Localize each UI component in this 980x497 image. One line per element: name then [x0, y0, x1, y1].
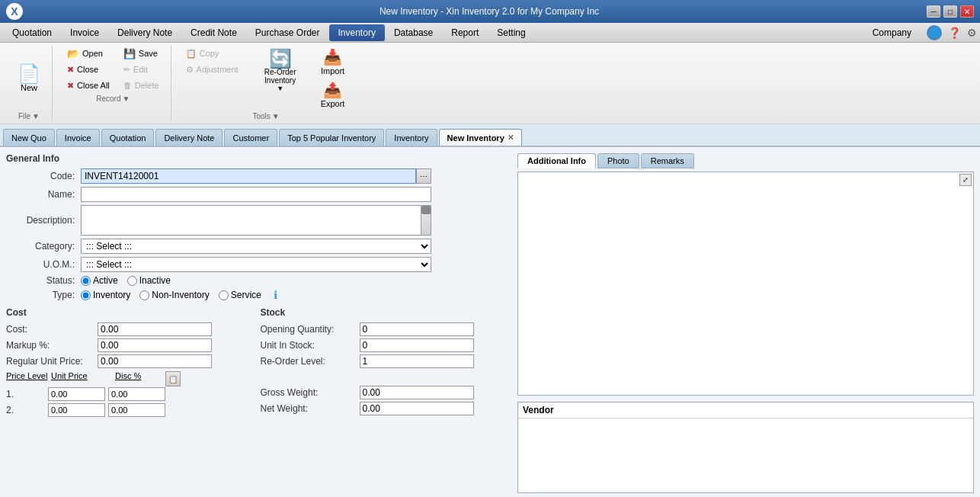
tab-invoice[interactable]: Invoice [56, 129, 100, 146]
menu-purchase-order[interactable]: Purchase Order [246, 24, 329, 41]
record-group-label: Record ▼ [96, 95, 130, 103]
tab-quotation[interactable]: Quotation [101, 129, 155, 146]
disc-col-header[interactable]: Disc % [115, 371, 161, 386]
menu-delivery-note[interactable]: Delivery Note [108, 24, 181, 41]
price-level-2-unit-price[interactable] [48, 403, 105, 417]
tools-left-col: 📋 Copy ⚙ Adjustment [181, 46, 244, 77]
tools-row: 📋 Copy ⚙ Adjustment 🔄 Re-Order Inventory… [181, 46, 352, 111]
help-icon[interactable]: ❓ [948, 27, 961, 39]
file-expand-icon[interactable]: ▼ [32, 112, 40, 120]
minimize-button[interactable]: ─ [927, 5, 940, 18]
close-button-toolbar[interactable]: ✖ Close [62, 62, 115, 77]
price-level-1-unit-price[interactable] [48, 387, 105, 401]
general-info-title: General Info [6, 153, 505, 164]
category-select[interactable]: ::: Select ::: [81, 239, 431, 254]
price-level-1-label: 1. [6, 389, 48, 399]
name-input[interactable] [81, 187, 431, 202]
tab-close-icon[interactable]: ✕ [508, 133, 514, 142]
type-inventory-item: Inventory [81, 290, 130, 300]
tab-new-quo[interactable]: New Quo [3, 129, 55, 146]
code-group: Code: ⋯ [6, 168, 505, 184]
type-service-radio[interactable] [219, 290, 229, 300]
type-noninventory-label: Non-Inventory [152, 290, 209, 300]
menu-inventory[interactable]: Inventory [329, 24, 385, 41]
menu-bar: Quotation Invoice Delivery Note Credit N… [0, 23, 980, 43]
menu-quotation[interactable]: Quotation [3, 24, 61, 41]
copy-button[interactable]: 📋 Copy [181, 46, 244, 61]
menu-credit-note[interactable]: Credit Note [181, 24, 246, 41]
status-inactive-radio[interactable] [127, 276, 137, 286]
edit-button[interactable]: ✏ Edit [118, 62, 165, 77]
stock-field-3: Gross Weight: [261, 386, 506, 399]
unit-in-stock-input[interactable] [360, 338, 474, 352]
delete-button[interactable]: 🗑 Delete [118, 78, 165, 93]
tab-customer[interactable]: Customer [224, 129, 277, 146]
save-icon: 💾 [123, 48, 136, 59]
type-inventory-label: Inventory [93, 290, 130, 300]
tab-new-inventory[interactable]: New Inventory ✕ [439, 129, 522, 146]
menu-database[interactable]: Database [385, 24, 442, 41]
unit-price-col-header[interactable]: Unit Price [51, 371, 112, 386]
cost-input-0[interactable] [98, 322, 212, 336]
close-button[interactable]: ✕ [960, 5, 974, 18]
price-level-2-disc[interactable] [108, 403, 165, 417]
record-row-top: 📂 Open ✖ Close ✖ Close All 💾 Save [62, 46, 165, 93]
uom-select[interactable]: ::: Select ::: [81, 257, 431, 272]
opening-qty-input[interactable] [360, 322, 474, 336]
expand-button[interactable]: ⤢ [959, 174, 972, 186]
right-tab-photo[interactable]: Photo [597, 153, 639, 168]
price-copy-button[interactable]: 📋 [165, 371, 181, 386]
menu-report[interactable]: Report [442, 24, 488, 41]
title-bar: X New Inventory - Xin Inventory 2.0 for … [0, 0, 980, 23]
reorder-level-input[interactable] [360, 354, 474, 368]
type-noninventory-radio[interactable] [139, 290, 149, 300]
right-tab-additional-info[interactable]: Additional Info [517, 153, 596, 168]
import-button[interactable]: 📥 Import [314, 46, 352, 78]
open-button[interactable]: 📂 Open [62, 46, 115, 61]
close-all-button[interactable]: ✖ Close All [62, 78, 115, 93]
stock-label-2: Re-Order Level: [261, 356, 360, 367]
type-label: Type: [6, 290, 75, 300]
right-tab-remarks[interactable]: Remarks [641, 153, 694, 168]
export-button[interactable]: 📤 Export [314, 79, 352, 111]
save-button[interactable]: 💾 Save [118, 46, 165, 61]
tools-expand-icon[interactable]: ▼ [272, 112, 280, 120]
stock-label-4: Net Weight: [261, 403, 360, 414]
regular-price-input[interactable] [98, 354, 212, 368]
desc-input[interactable] [81, 205, 431, 236]
right-panel: Additional Info Photo Remarks ⤢ Vendor [511, 147, 980, 497]
menu-setting[interactable]: Setting [488, 24, 534, 41]
new-button[interactable]: 📄 New [12, 61, 46, 96]
code-input[interactable] [81, 168, 416, 184]
reorder-button[interactable]: 🔄 Re-Order Inventory ▼ [250, 46, 311, 96]
desc-scrollbar[interactable] [421, 205, 431, 236]
left-panel: General Info Code: ⋯ Name: Description: [0, 147, 511, 497]
new-icon: 📄 [18, 65, 40, 83]
maximize-button[interactable]: □ [943, 5, 957, 18]
cost-label-0: Cost: [6, 324, 98, 335]
record-expand-icon[interactable]: ▼ [122, 95, 130, 103]
language-icon[interactable]: 🌐 [927, 25, 942, 40]
tab-top5[interactable]: Top 5 Popular Inventory [279, 129, 384, 146]
gross-weight-input[interactable] [360, 386, 474, 399]
price-level-col-header[interactable]: Price Level [6, 371, 48, 386]
tab-inventory[interactable]: Inventory [386, 129, 437, 146]
menu-company[interactable]: Company [863, 24, 921, 41]
right-content-area: ⤢ [517, 172, 974, 396]
type-inventory-radio[interactable] [81, 290, 91, 300]
code-browse-button[interactable]: ⋯ [416, 168, 431, 184]
markup-input[interactable] [98, 338, 212, 352]
type-service-item: Service [219, 290, 261, 300]
type-info-icon[interactable]: ℹ [274, 289, 277, 301]
status-active-radio[interactable] [81, 276, 91, 286]
tab-delivery-note[interactable]: Delivery Note [155, 129, 223, 146]
reorder-expand-icon[interactable]: ▼ [277, 85, 283, 92]
settings-icon[interactable]: ⚙ [967, 27, 977, 39]
open-icon: 📂 [67, 48, 79, 59]
net-weight-input[interactable] [360, 402, 474, 415]
menu-invoice[interactable]: Invoice [61, 24, 108, 41]
status-active-label: Active [93, 275, 118, 286]
adjustment-button[interactable]: ⚙ Adjustment [181, 62, 244, 77]
status-radio-group: Active Inactive [81, 275, 171, 286]
price-level-1-disc[interactable] [108, 387, 165, 401]
